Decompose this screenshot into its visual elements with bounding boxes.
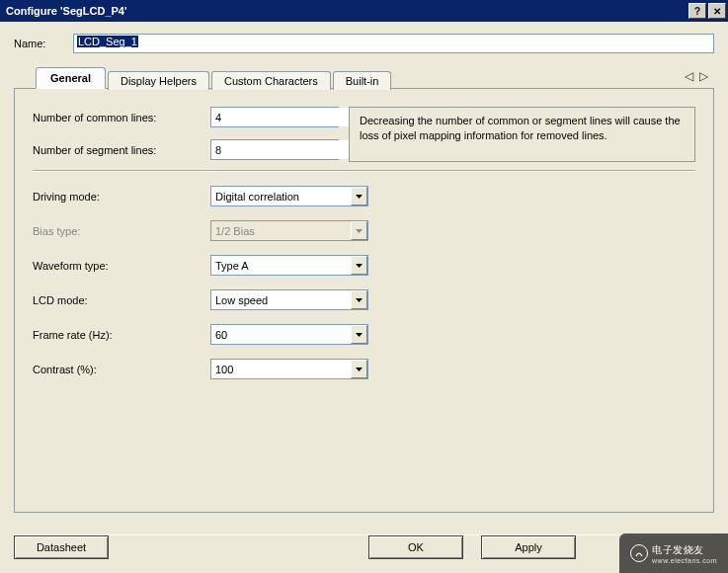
tab-custom-characters[interactable]: Custom Characters bbox=[211, 71, 331, 90]
combo-bias-type: 1/2 Bias bbox=[210, 220, 368, 241]
label-frame-rate: Frame rate (Hz): bbox=[33, 329, 201, 341]
watermark-text: 电子发烧友 www.elecfans.com bbox=[652, 543, 717, 564]
tab-display-helpers[interactable]: Display Helpers bbox=[108, 71, 209, 90]
tabstrip: General Display Helpers Custom Character… bbox=[14, 67, 714, 89]
label-lcd-mode: LCD mode: bbox=[33, 294, 201, 306]
combo-contrast-value: 100 bbox=[211, 360, 351, 378]
name-input[interactable]: LCD_Seg_1 bbox=[73, 34, 714, 53]
help-button[interactable]: ? bbox=[688, 3, 706, 19]
combo-waveform-type[interactable]: Type A bbox=[210, 255, 368, 276]
combo-lcd-mode-value: Low speed bbox=[211, 290, 351, 309]
name-row: Name: LCD_Seg_1 bbox=[14, 34, 714, 53]
close-button[interactable]: ✕ bbox=[708, 3, 726, 19]
apply-button[interactable]: Apply bbox=[481, 535, 576, 559]
tab-area: General Display Helpers Custom Character… bbox=[14, 67, 714, 513]
titlebar-buttons: ? ✕ bbox=[688, 3, 726, 19]
titlebar: Configure 'SegLCD_P4' ? ✕ bbox=[0, 0, 728, 22]
watermark: 电子发烧友 www.elecfans.com bbox=[619, 533, 728, 573]
tab-body: Decreasing the number of common or segme… bbox=[14, 88, 714, 513]
chevron-down-icon[interactable] bbox=[351, 256, 367, 275]
label-segment-lines: Number of segment lines: bbox=[33, 144, 201, 156]
label-driving-mode: Driving mode: bbox=[33, 191, 201, 203]
label-bias-type: Bias type: bbox=[33, 225, 201, 237]
combo-frame-rate[interactable]: 60 bbox=[210, 324, 368, 345]
separator bbox=[33, 170, 695, 172]
input-segment-lines-value[interactable] bbox=[211, 140, 356, 159]
combo-driving-mode[interactable]: Digital correlation bbox=[210, 186, 368, 206]
combo-frame-rate-value: 60 bbox=[211, 325, 351, 344]
window-title: Configure 'SegLCD_P4' bbox=[6, 5, 688, 17]
watermark-icon bbox=[630, 544, 648, 562]
combo-bias-type-value: 1/2 Bias bbox=[211, 221, 351, 240]
input-common-lines[interactable] bbox=[210, 107, 339, 127]
label-common-lines: Number of common lines: bbox=[33, 112, 201, 123]
datasheet-button[interactable]: Datasheet bbox=[14, 535, 109, 559]
info-text: Decreasing the number of common or segme… bbox=[360, 115, 681, 141]
label-contrast: Contrast (%): bbox=[33, 364, 201, 375]
label-waveform-type: Waveform type: bbox=[33, 260, 201, 272]
input-common-lines-value[interactable] bbox=[211, 108, 356, 126]
combo-driving-mode-value: Digital correlation bbox=[211, 187, 351, 205]
combo-lcd-mode[interactable]: Low speed bbox=[210, 289, 368, 310]
fields-main: Driving mode: Digital correlation Bias t… bbox=[33, 186, 695, 379]
info-box: Decreasing the number of common or segme… bbox=[349, 107, 695, 162]
chevron-down-icon[interactable] bbox=[351, 360, 367, 378]
name-label: Name: bbox=[14, 38, 63, 49]
chevron-down-icon[interactable] bbox=[351, 187, 367, 205]
input-segment-lines[interactable] bbox=[210, 139, 339, 160]
chevron-down-icon[interactable] bbox=[351, 325, 367, 344]
name-value: LCD_Seg_1 bbox=[77, 36, 138, 47]
chevron-down-icon[interactable] bbox=[351, 290, 367, 309]
client-area: Name: LCD_Seg_1 General Display Helpers … bbox=[0, 22, 728, 573]
tab-built-in[interactable]: Built-in bbox=[333, 71, 392, 90]
tab-general[interactable]: General bbox=[36, 67, 106, 89]
footer: Datasheet OK Apply bbox=[14, 534, 714, 559]
chevron-down-icon bbox=[351, 221, 367, 240]
combo-contrast[interactable]: 100 bbox=[210, 359, 368, 379]
combo-waveform-type-value: Type A bbox=[211, 256, 351, 275]
ok-button[interactable]: OK bbox=[368, 535, 463, 559]
